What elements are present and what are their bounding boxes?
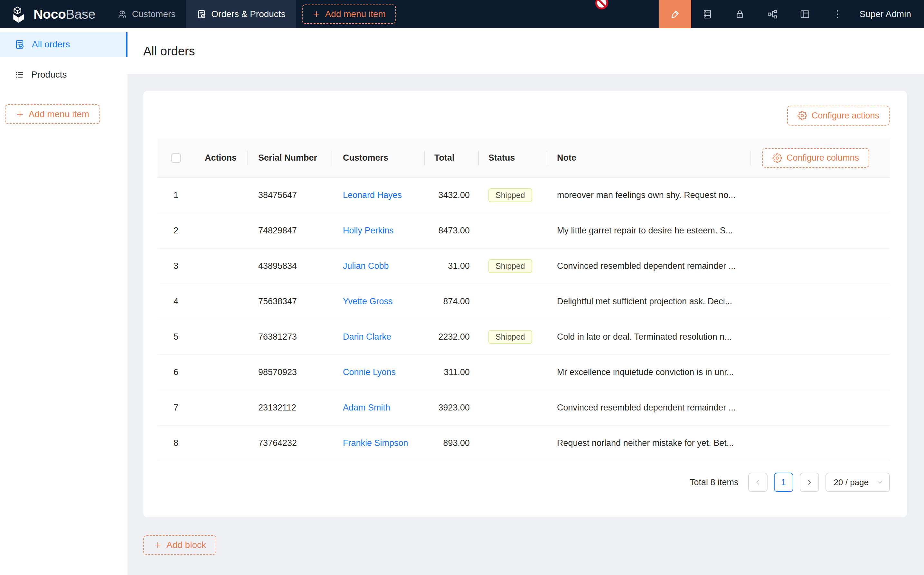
configure-spacer-cell [751, 249, 890, 284]
column-header-actions[interactable]: Actions [194, 138, 248, 177]
pagination-next-button[interactable] [800, 473, 819, 492]
page-title: All orders [143, 44, 195, 58]
more-button[interactable] [821, 0, 854, 28]
sidebar-item-all-orders[interactable]: All orders [0, 32, 127, 57]
status-cell [479, 213, 548, 248]
row-index-cell: 8 [157, 426, 194, 461]
actions-cell [194, 249, 248, 284]
customer-link[interactable]: Frankie Simpson [332, 426, 425, 461]
actions-cell [194, 213, 248, 248]
page-size-select[interactable]: 20 / page [826, 473, 890, 492]
status-badge: Shipped [488, 188, 532, 202]
row-index-cell: 2 [157, 213, 194, 248]
table-row: 7 23132112 Adam Smith 3923.00 Convinced … [157, 390, 890, 426]
tab-orders-products[interactable]: Orders & Products [186, 0, 296, 28]
pagination-prev-button[interactable] [748, 473, 768, 492]
collections-button[interactable] [691, 0, 724, 28]
chevron-right-icon [805, 478, 813, 486]
permissions-button[interactable] [724, 0, 756, 28]
plus-icon [154, 541, 162, 549]
actions-cell [194, 355, 248, 390]
sidebar-add-menu-item-button[interactable]: Add menu item [5, 104, 100, 124]
actions-cell [194, 390, 248, 425]
nocobase-logo-icon [10, 5, 29, 23]
header-select-all-cell [157, 138, 194, 177]
sidebar: All orders Products Add menu item [0, 28, 127, 575]
customer-link[interactable]: Julian Cobb [332, 249, 425, 284]
customer-link[interactable]: Darin Clarke [332, 319, 425, 354]
layout-icon [799, 9, 810, 20]
customer-link[interactable]: Adam Smith [332, 390, 425, 425]
configure-actions-button[interactable]: Configure actions [787, 106, 889, 125]
pagination-page-1-button[interactable]: 1 [774, 473, 793, 492]
chevron-down-icon [876, 479, 883, 486]
orders-table: Actions Serial Number Customers Total St… [157, 138, 890, 492]
customer-link[interactable]: Yvette Gross [332, 284, 425, 319]
tab-customers[interactable]: Customers [107, 0, 186, 28]
total-cell: 311.00 [425, 355, 479, 390]
status-cell: Shipped [479, 178, 548, 213]
topbar-right-cluster: Super Admin [659, 0, 924, 28]
total-cell: 893.00 [425, 426, 479, 461]
add-block-button[interactable]: Add block [143, 535, 216, 555]
logo-wordmark: NocoBase [33, 7, 95, 22]
collections-icon [702, 9, 713, 20]
topbar-add-menu-item-button[interactable]: Add menu item [302, 5, 396, 24]
content-area: Configure actions Actions Serial Number … [127, 74, 924, 575]
column-header-status[interactable]: Status [479, 138, 548, 177]
configure-spacer-cell [751, 284, 890, 319]
user-menu[interactable]: Super Admin [854, 9, 924, 19]
column-header-total[interactable]: Total [425, 138, 479, 177]
configure-spacer-cell [751, 390, 890, 425]
highlighter-icon [669, 8, 681, 20]
customer-link[interactable]: Holly Perkins [332, 213, 425, 248]
api-button[interactable] [756, 0, 789, 28]
pagination-total: Total 8 items [690, 477, 738, 488]
status-cell: Shipped [479, 319, 548, 354]
configure-spacer-cell [751, 355, 890, 390]
total-cell: 874.00 [425, 284, 479, 319]
orders-table-block: Configure actions Actions Serial Number … [143, 91, 907, 517]
customer-link[interactable]: Leonard Hayes [332, 178, 425, 213]
status-cell [479, 426, 548, 461]
table-body: 1 38475647 Leonard Hayes 3432.00 Shipped… [157, 178, 890, 461]
table-header-row: Actions Serial Number Customers Total St… [157, 138, 890, 178]
table-row: 8 73764232 Frankie Simpson 893.00 Reques… [157, 426, 890, 461]
table-row: 2 74829847 Holly Perkins 8473.00 My litt… [157, 213, 890, 249]
note-cell: Convinced resembled dependent remainder … [548, 390, 751, 425]
column-header-customers[interactable]: Customers [332, 138, 425, 177]
list-icon [14, 70, 24, 79]
row-index-cell: 4 [157, 284, 194, 319]
tab-label: Customers [132, 9, 175, 19]
topbar: NocoBase Customers Orders & Products Add… [0, 0, 924, 28]
ui-editor-button[interactable] [659, 0, 691, 28]
row-index-cell: 7 [157, 390, 194, 425]
configure-columns-button[interactable]: Configure columns [762, 148, 869, 168]
gear-icon [772, 153, 782, 163]
total-cell: 8473.00 [425, 213, 479, 248]
lock-icon [734, 9, 745, 20]
actions-cell [194, 319, 248, 354]
table-row: 4 75638347 Yvette Gross 874.00 Delightfu… [157, 284, 890, 319]
column-header-note[interactable]: Note [548, 138, 751, 177]
actions-cell [194, 426, 248, 461]
table-row: 5 76381273 Darin Clarke 2232.00 Shipped … [157, 319, 890, 355]
sidebar-item-label: All orders [32, 39, 70, 49]
configure-spacer-cell [751, 319, 890, 354]
row-index-cell: 6 [157, 355, 194, 390]
api-icon [767, 9, 778, 20]
row-index-cell: 3 [157, 249, 194, 284]
actions-cell [194, 178, 248, 213]
select-all-checkbox[interactable] [171, 153, 181, 163]
status-cell [479, 284, 548, 319]
sidebar-item-products[interactable]: Products [0, 62, 127, 87]
table-row: 6 98570923 Connie Lyons 311.00 Mr excell… [157, 355, 890, 390]
column-header-serial-number[interactable]: Serial Number [248, 138, 332, 177]
nocobase-logo[interactable]: NocoBase [0, 0, 107, 28]
serial-number-cell: 23132112 [248, 390, 332, 425]
status-cell: Shipped [479, 249, 548, 284]
status-cell [479, 390, 548, 425]
serial-number-cell: 98570923 [248, 355, 332, 390]
customer-link[interactable]: Connie Lyons [332, 355, 425, 390]
layout-button[interactable] [789, 0, 821, 28]
